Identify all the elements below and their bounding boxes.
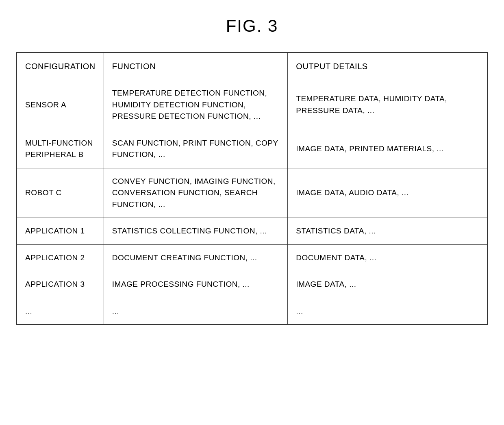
table-wrapper: CONFIGURATION FUNCTION OUTPUT DETAILS SE…	[16, 52, 488, 325]
cell-configuration: ROBOT C	[17, 168, 104, 218]
table-row: ROBOT CCONVEY FUNCTION, IMAGING FUNCTION…	[17, 168, 487, 218]
cell-function: CONVEY FUNCTION, IMAGING FUNCTION, CONVE…	[104, 168, 288, 218]
cell-configuration: APPLICATION 1	[17, 218, 104, 245]
table-row: .........	[17, 298, 487, 325]
cell-output: TEMPERATURE DATA, HUMIDITY DATA, PRESSUR…	[288, 80, 487, 130]
table-body: SENSOR ATEMPERATURE DETECTION FUNCTION, …	[17, 80, 487, 325]
cell-configuration: APPLICATION 2	[17, 244, 104, 271]
main-table: CONFIGURATION FUNCTION OUTPUT DETAILS SE…	[16, 52, 488, 325]
cell-output: IMAGE DATA, PRINTED MATERIALS, ...	[288, 130, 487, 168]
cell-configuration: APPLICATION 3	[17, 271, 104, 298]
cell-output: IMAGE DATA, ...	[288, 271, 487, 298]
table-row: SENSOR ATEMPERATURE DETECTION FUNCTION, …	[17, 80, 487, 130]
header-function: FUNCTION	[104, 52, 288, 80]
table-row: APPLICATION 1STATISTICS COLLECTING FUNCT…	[17, 218, 487, 245]
cell-function: SCAN FUNCTION, PRINT FUNCTION, COPY FUNC…	[104, 130, 288, 168]
table-row: APPLICATION 3IMAGE PROCESSING FUNCTION, …	[17, 271, 487, 298]
table-header-row: CONFIGURATION FUNCTION OUTPUT DETAILS	[17, 52, 487, 80]
cell-output: DOCUMENT DATA, ...	[288, 244, 487, 271]
cell-function: DOCUMENT CREATING FUNCTION, ...	[104, 244, 288, 271]
cell-output: IMAGE DATA, AUDIO DATA, ...	[288, 168, 487, 218]
page-title: FIG. 3	[226, 16, 278, 36]
header-configuration: CONFIGURATION	[17, 52, 104, 80]
cell-output: STATISTICS DATA, ...	[288, 218, 487, 245]
cell-configuration: MULTI-FUNCTION PERIPHERAL B	[17, 130, 104, 168]
cell-output: ...	[288, 298, 487, 325]
cell-function: ...	[104, 298, 288, 325]
table-row: APPLICATION 2DOCUMENT CREATING FUNCTION,…	[17, 244, 487, 271]
table-row: MULTI-FUNCTION PERIPHERAL BSCAN FUNCTION…	[17, 130, 487, 168]
header-output: OUTPUT DETAILS	[288, 52, 487, 80]
cell-configuration: SENSOR A	[17, 80, 104, 130]
cell-function: IMAGE PROCESSING FUNCTION, ...	[104, 271, 288, 298]
cell-function: STATISTICS COLLECTING FUNCTION, ...	[104, 218, 288, 245]
cell-configuration: ...	[17, 298, 104, 325]
cell-function: TEMPERATURE DETECTION FUNCTION, HUMIDITY…	[104, 80, 288, 130]
